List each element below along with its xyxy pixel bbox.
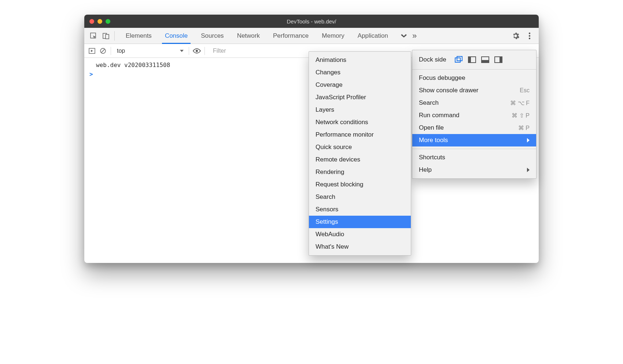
svg-point-5 — [529, 37, 530, 39]
toggle-device-toolbar-icon[interactable] — [100, 30, 112, 42]
settings-gear-icon[interactable] — [509, 30, 522, 42]
submenu-arrow-icon — [527, 138, 530, 142]
submenu-item-layers[interactable]: Layers — [309, 104, 411, 116]
tab-console[interactable]: Console — [158, 28, 194, 44]
svg-line-8 — [101, 49, 105, 53]
submenu-item-search[interactable]: Search — [309, 191, 411, 203]
submenu-item-changes[interactable]: Changes — [309, 66, 411, 79]
menu-item-label: Help — [419, 166, 432, 174]
divider — [111, 47, 111, 55]
submenu-item-label: Animations — [316, 56, 346, 64]
menu-show-console-drawer[interactable]: Show console drawer Esc — [412, 84, 536, 97]
submenu-item-coverage[interactable]: Coverage — [309, 79, 411, 91]
tab-memory[interactable]: Memory — [315, 28, 351, 44]
dock-left-icon[interactable] — [468, 56, 476, 64]
menu-item-shortcut: Esc — [520, 87, 530, 94]
dock-side-label: Dock side — [419, 56, 446, 63]
menu-item-shortcut: ⌘ P — [518, 125, 530, 131]
submenu-item-label: Search — [316, 193, 335, 201]
submenu-item-label: Network conditions — [316, 119, 368, 126]
tab-network[interactable]: Network — [231, 28, 266, 44]
dock-bottom-icon[interactable] — [481, 56, 490, 64]
submenu-item-label: Sensors — [316, 206, 338, 213]
menu-item-label: More tools — [419, 137, 448, 144]
svg-point-3 — [529, 32, 530, 34]
menu-separator — [412, 149, 536, 149]
submenu-item-label: JavaScript Profiler — [316, 94, 366, 101]
kebab-menu-icon[interactable] — [523, 30, 536, 42]
svg-point-9 — [196, 50, 198, 52]
submenu-item-what-s-new[interactable]: What's New — [309, 241, 411, 253]
dock-undock-icon[interactable] — [454, 56, 463, 64]
panel-tabs: Elements Console Sources Network Perform… — [119, 28, 395, 44]
submenu-item-label: Request blocking — [316, 181, 363, 188]
dock-right-icon[interactable] — [494, 56, 503, 64]
submenu-item-label: Changes — [316, 69, 340, 76]
menu-item-shortcut: ⌘ ⇧ P — [512, 112, 530, 119]
window-minimize-button[interactable] — [97, 19, 102, 24]
divider — [189, 47, 189, 55]
submenu-item-network-conditions[interactable]: Network conditions — [309, 116, 411, 129]
menu-separator — [412, 69, 536, 70]
live-expression-eye-icon[interactable] — [191, 45, 202, 56]
tab-performance[interactable]: Performance — [266, 28, 315, 44]
submenu-arrow-icon — [527, 168, 530, 172]
menu-item-shortcut: ⌘ ⌥ F — [510, 100, 530, 107]
toggle-sidebar-icon[interactable] — [86, 45, 97, 56]
window-title: DevTools - web.dev/ — [84, 18, 539, 25]
submenu-item-request-blocking[interactable]: Request blocking — [309, 178, 411, 191]
menu-open-file[interactable]: Open file ⌘ P — [412, 122, 536, 134]
tab-application[interactable]: Application — [351, 28, 395, 44]
menu-item-label: Open file — [419, 124, 444, 131]
svg-rect-13 — [468, 57, 471, 63]
tab-elements[interactable]: Elements — [119, 28, 158, 44]
submenu-item-sensors[interactable]: Sensors — [309, 203, 411, 216]
more-tools-submenu: AnimationsChangesCoverageJavaScript Prof… — [309, 51, 411, 256]
submenu-item-rendering[interactable]: Rendering — [309, 166, 411, 178]
menu-search[interactable]: Search ⌘ ⌥ F — [412, 97, 536, 109]
submenu-item-label: Coverage — [316, 81, 343, 89]
window-zoom-button[interactable] — [106, 19, 110, 24]
submenu-item-label: What's New — [316, 243, 349, 250]
dock-side-row: Dock side — [412, 52, 536, 67]
submenu-item-remote-devices[interactable]: Remote devices — [309, 153, 411, 166]
svg-point-4 — [529, 35, 530, 36]
window-close-button[interactable] — [89, 19, 94, 24]
svg-rect-15 — [482, 60, 489, 63]
overflow-tabs-icon[interactable]: » — [412, 31, 417, 41]
submenu-item-label: Remote devices — [316, 156, 360, 163]
tab-sources[interactable]: Sources — [194, 28, 230, 44]
submenu-item-label: Settings — [316, 218, 338, 226]
menu-help[interactable]: Help — [412, 164, 536, 176]
submenu-item-label: Quick source — [316, 144, 352, 151]
submenu-item-animations[interactable]: Animations — [309, 54, 411, 66]
svg-rect-2 — [106, 34, 109, 39]
svg-rect-17 — [499, 57, 502, 63]
menu-item-label: Shortcuts — [419, 154, 445, 161]
filter-input[interactable] — [209, 46, 305, 56]
submenu-item-label: WebAudio — [316, 231, 344, 238]
divider — [114, 31, 115, 41]
devtools-tabsbar: Elements Console Sources Network Perform… — [84, 28, 539, 44]
submenu-item-settings[interactable]: Settings — [309, 216, 411, 228]
submenu-item-javascript-profiler[interactable]: JavaScript Profiler — [309, 91, 411, 104]
submenu-item-label: Rendering — [316, 168, 344, 176]
menu-item-label: Show console drawer — [419, 87, 479, 94]
more-tabs-chevrons-icon[interactable] — [399, 30, 412, 42]
menu-run-command[interactable]: Run command ⌘ ⇧ P — [412, 109, 536, 122]
clear-console-icon[interactable] — [97, 45, 108, 56]
menu-more-tools[interactable]: More tools — [412, 134, 536, 146]
titlebar: DevTools - web.dev/ — [84, 15, 539, 28]
menu-shortcuts[interactable]: Shortcuts — [412, 151, 536, 164]
context-selector[interactable]: top — [113, 46, 187, 56]
submenu-item-quick-source[interactable]: Quick source — [309, 141, 411, 153]
submenu-item-webaudio[interactable]: WebAudio — [309, 228, 411, 241]
divider — [204, 47, 205, 55]
main-menu: Dock side Focus debuggee — [412, 50, 537, 179]
submenu-item-label: Layers — [316, 106, 334, 114]
inspect-element-icon[interactable] — [87, 30, 100, 42]
svg-rect-11 — [457, 56, 462, 61]
submenu-item-performance-monitor[interactable]: Performance monitor — [309, 129, 411, 141]
menu-focus-debuggee[interactable]: Focus debuggee — [412, 72, 536, 84]
context-selector-value: top — [117, 48, 125, 54]
